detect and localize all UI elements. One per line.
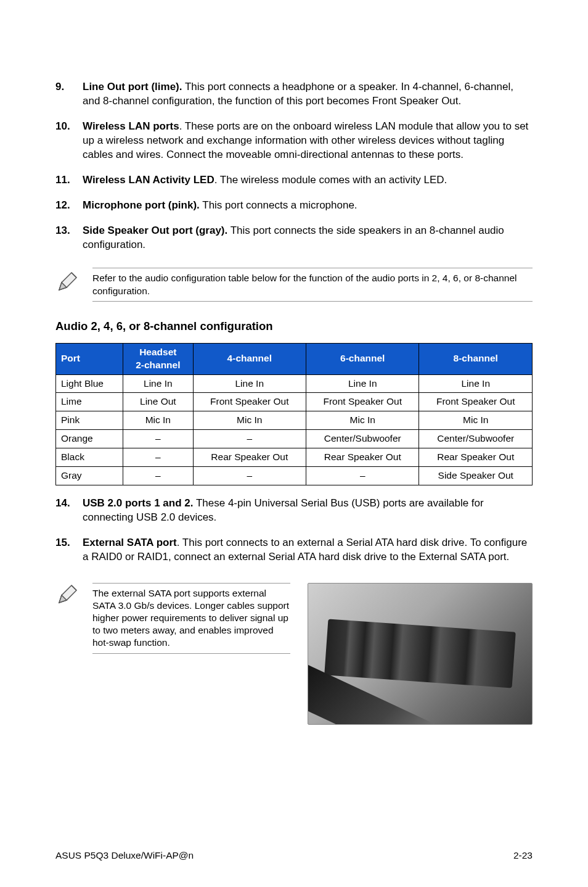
list-item-15: 15. External SATA port. This port connec… bbox=[55, 536, 533, 564]
th-4ch: 4-channel bbox=[193, 343, 306, 374]
td: – bbox=[193, 430, 306, 448]
list-item-12: 12. Microphone port (pink). This port co… bbox=[55, 199, 533, 213]
td: Line In bbox=[193, 374, 306, 393]
page-footer: ASUS P5Q3 Deluxe/WiFi-AP@n 2-23 bbox=[55, 825, 533, 862]
footer-left: ASUS P5Q3 Deluxe/WiFi-AP@n bbox=[55, 849, 194, 862]
item-body: Wireless LAN Activity LED. The wireless … bbox=[83, 173, 533, 188]
item-lead: USB 2.0 ports 1 and 2. bbox=[83, 497, 194, 509]
item-number: 13. bbox=[55, 224, 83, 252]
td: Line In bbox=[419, 374, 533, 393]
item-body: Side Speaker Out port (gray). This port … bbox=[83, 224, 533, 252]
td: – bbox=[123, 448, 193, 467]
item-number: 9. bbox=[55, 80, 83, 109]
item-body: External SATA port. This port connects t… bbox=[83, 536, 533, 564]
td: Center/Subwoofer bbox=[306, 430, 419, 448]
td: – bbox=[123, 430, 193, 448]
td-port: Light Blue bbox=[56, 374, 123, 393]
item-body: Line Out port (lime). This port connects… bbox=[83, 80, 533, 109]
td: Front Speaker Out bbox=[419, 393, 533, 411]
td: Front Speaker Out bbox=[193, 393, 306, 411]
table-row: Pink Mic In Mic In Mic In Mic In bbox=[56, 411, 533, 430]
td-port: Black bbox=[56, 448, 123, 467]
table-row: Orange – – Center/Subwoofer Center/Subwo… bbox=[56, 430, 533, 448]
item-lead: Wireless LAN Activity LED bbox=[83, 174, 214, 186]
divider bbox=[92, 583, 290, 584]
item-number: 15. bbox=[55, 536, 83, 564]
item-body: Microphone port (pink). This port connec… bbox=[83, 199, 533, 213]
divider bbox=[92, 301, 533, 302]
th-8ch: 8-channel bbox=[419, 343, 533, 374]
item-rest: . The wireless module comes with an acti… bbox=[214, 174, 447, 186]
td-port: Gray bbox=[56, 467, 123, 485]
note-pencil-icon bbox=[55, 268, 92, 295]
note-block-1: Refer to the audio configuration table b… bbox=[55, 268, 533, 301]
table-row: Light Blue Line In Line In Line In Line … bbox=[56, 374, 533, 393]
item-body: USB 2.0 ports 1 and 2. These 4-pin Unive… bbox=[83, 497, 533, 525]
item-number: 11. bbox=[55, 173, 83, 188]
td: Front Speaker Out bbox=[306, 393, 419, 411]
td: Rear Speaker Out bbox=[306, 448, 419, 467]
footer-right: 2-23 bbox=[513, 849, 533, 862]
note-pencil-icon bbox=[55, 580, 92, 608]
td: Line In bbox=[123, 374, 193, 393]
th-6ch: 6-channel bbox=[306, 343, 419, 374]
td: Mic In bbox=[419, 411, 533, 430]
td-port: Orange bbox=[56, 430, 123, 448]
item-number: 10. bbox=[55, 120, 83, 162]
table-row: Gray – – – Side Speaker Out bbox=[56, 467, 533, 485]
note-block-2: The external SATA port supports external… bbox=[55, 580, 533, 725]
th-2ch: Headset2-channel bbox=[123, 343, 193, 374]
td-port: Pink bbox=[56, 411, 123, 430]
td: Mic In bbox=[193, 411, 306, 430]
list-item-13: 13. Side Speaker Out port (gray). This p… bbox=[55, 224, 533, 252]
table-row: Black – Rear Speaker Out Rear Speaker Ou… bbox=[56, 448, 533, 467]
item-lead: Microphone port (pink). bbox=[83, 199, 200, 211]
list-item-11: 11. Wireless LAN Activity LED. The wirel… bbox=[55, 173, 533, 188]
io-panel-photo bbox=[308, 583, 533, 725]
td: Mic In bbox=[123, 411, 193, 430]
td-port: Lime bbox=[56, 393, 123, 411]
note-text: The external SATA port supports external… bbox=[92, 587, 290, 650]
item-lead: Wireless LAN ports bbox=[83, 120, 179, 132]
item-number: 12. bbox=[55, 199, 83, 213]
list-item-9: 9. Line Out port (lime). This port conne… bbox=[55, 80, 533, 109]
th-port: Port bbox=[56, 343, 123, 374]
item-rest: This port connects a microphone. bbox=[200, 199, 357, 211]
td: Center/Subwoofer bbox=[419, 430, 533, 448]
td: Mic In bbox=[306, 411, 419, 430]
divider bbox=[92, 653, 290, 654]
td: Rear Speaker Out bbox=[419, 448, 533, 467]
item-lead: External SATA port bbox=[83, 537, 177, 548]
item-lead: Side Speaker Out port (gray). bbox=[83, 225, 227, 236]
item-body: Wireless LAN ports. These ports are on t… bbox=[83, 120, 533, 162]
note-text: Refer to the audio configuration table b… bbox=[92, 272, 533, 297]
section-heading: Audio 2, 4, 6, or 8-channel configuratio… bbox=[55, 319, 533, 334]
list-item-10: 10. Wireless LAN ports. These ports are … bbox=[55, 120, 533, 162]
td: Rear Speaker Out bbox=[193, 448, 306, 467]
table-row: Lime Line Out Front Speaker Out Front Sp… bbox=[56, 393, 533, 411]
item-lead: Line Out port (lime). bbox=[83, 81, 182, 93]
td: Line Out bbox=[123, 393, 193, 411]
item-number: 14. bbox=[55, 497, 83, 525]
divider bbox=[92, 268, 533, 268]
td: – bbox=[193, 467, 306, 485]
td: – bbox=[123, 467, 193, 485]
audio-config-table: Port Headset2-channel 4-channel 6-channe… bbox=[55, 343, 533, 485]
td: Line In bbox=[306, 374, 419, 393]
td: – bbox=[306, 467, 419, 485]
td: Side Speaker Out bbox=[419, 467, 533, 485]
list-item-14: 14. USB 2.0 ports 1 and 2. These 4-pin U… bbox=[55, 497, 533, 525]
